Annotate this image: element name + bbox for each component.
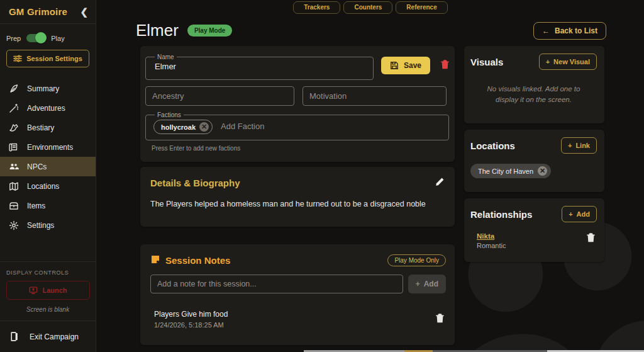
sidebar-item-adventures[interactable]: Adventures xyxy=(0,98,96,118)
new-visual-button[interactable]: + New Visual xyxy=(539,54,597,70)
nav-label: Locations xyxy=(27,182,59,191)
plus-icon: + xyxy=(569,210,572,218)
nav-label: Bestiary xyxy=(27,123,54,132)
npc-detail-column: Name Save Factions xyxy=(140,46,455,345)
add-relationship-label: Add xyxy=(577,210,590,218)
session-notes-card: Session Notes Play Mode Only + Add Playe… xyxy=(140,244,455,345)
remove-faction-icon[interactable]: ✕ xyxy=(199,122,209,132)
motivation-input[interactable] xyxy=(303,86,447,106)
chest-icon xyxy=(9,201,19,211)
reference-button[interactable]: Reference xyxy=(396,1,447,14)
nav-label: Environments xyxy=(27,143,73,152)
screen-status-text: Screen is blank xyxy=(0,306,96,321)
door-exit-icon xyxy=(9,331,19,342)
people-icon xyxy=(9,162,19,172)
visuals-empty-text: No visuals linked. Add one to display it… xyxy=(475,84,592,105)
sidebar: GM Grimoire ❮ Prep Play Session Settings… xyxy=(0,0,96,352)
top-tabs: Trackers Counters Reference xyxy=(97,1,644,14)
new-visual-label: New Visual xyxy=(553,58,590,65)
back-to-list-button[interactable]: ← Back to List xyxy=(533,22,606,40)
ancestry-input[interactable] xyxy=(145,86,294,106)
quill-icon xyxy=(9,84,19,94)
prep-play-toggle[interactable] xyxy=(26,34,45,42)
scroll-icon xyxy=(9,142,19,152)
delete-relationship-button[interactable] xyxy=(586,232,596,245)
sidebar-item-items[interactable]: Items xyxy=(0,196,96,215)
trackers-button[interactable]: Trackers xyxy=(293,1,340,14)
launch-label: Launch xyxy=(42,287,67,294)
details-biography-card: Details & Biography The Players helped a… xyxy=(140,167,455,227)
session-settings-label: Session Settings xyxy=(26,55,82,62)
delete-npc-button[interactable] xyxy=(440,59,450,72)
side-panels-column: Visuals + New Visual No visuals linked. … xyxy=(464,46,604,345)
plus-icon: + xyxy=(568,142,572,149)
link-location-button[interactable]: + Link xyxy=(561,137,597,154)
sidebar-item-settings[interactable]: Settings xyxy=(0,215,96,235)
mode-toggle-row: Prep Play xyxy=(0,24,96,42)
nav-label: Adventures xyxy=(27,104,65,113)
save-button[interactable]: Save xyxy=(381,57,430,74)
add-note-label: Add xyxy=(424,280,438,288)
trash-icon xyxy=(586,232,596,243)
save-label: Save xyxy=(404,61,421,70)
add-relationship-button[interactable]: + Add xyxy=(562,206,597,222)
sidebar-item-summary[interactable]: Summary xyxy=(0,79,96,98)
session-notes-title: Session Notes xyxy=(165,255,230,266)
plus-icon: + xyxy=(416,280,420,288)
add-faction-input[interactable] xyxy=(219,120,441,133)
sidebar-item-environments[interactable]: Environments xyxy=(0,137,96,157)
page-title: Elmer xyxy=(136,21,179,40)
note-icon xyxy=(150,254,160,267)
sidebar-header: GM Grimoire ❮ xyxy=(0,0,96,24)
note-timestamp: 1/24/2026, 5:18:25 AM xyxy=(154,321,228,329)
relationships-title: Relationships xyxy=(470,209,532,220)
page-header: Elmer Play Mode ← Back to List xyxy=(136,21,606,40)
edit-biography-button[interactable] xyxy=(435,177,445,188)
collapse-sidebar-icon[interactable]: ❮ xyxy=(80,7,88,16)
play-label: Play xyxy=(51,35,64,42)
prep-label: Prep xyxy=(6,35,21,42)
session-settings-button[interactable]: Session Settings xyxy=(6,50,89,67)
play-mode-badge: Play Mode xyxy=(187,25,232,37)
note-text: Players Give him food xyxy=(154,310,228,319)
trash-icon xyxy=(435,313,445,324)
display-controls-label: DISPLAY CONTROLS xyxy=(0,270,96,281)
tune-icon xyxy=(13,54,22,63)
session-note-item: Players Give him food 1/24/2026, 5:18:25… xyxy=(150,307,446,334)
locations-card: Locations + Link The City of Haven ✕ xyxy=(464,130,604,192)
dragon-icon xyxy=(9,123,19,133)
visuals-title: Visuals xyxy=(470,57,503,67)
location-chip-label: The City of Haven xyxy=(478,167,533,175)
faction-chip-label: hollycroak xyxy=(161,123,196,131)
sidebar-item-locations[interactable]: Locations xyxy=(0,176,96,196)
sidebar-bottom: DISPLAY CONTROLS Launch Screen is blank … xyxy=(0,261,96,352)
pencil-icon xyxy=(435,177,445,186)
relationship-entry: Nikta Romantic xyxy=(477,232,596,249)
nav-label: Summary xyxy=(27,84,59,93)
sidebar-item-bestiary[interactable]: Bestiary xyxy=(0,118,96,137)
delete-note-button[interactable] xyxy=(435,313,445,326)
plus-icon: + xyxy=(546,58,550,65)
exit-campaign-button[interactable]: Exit Campaign xyxy=(0,321,96,352)
back-to-list-label: Back to List xyxy=(555,26,597,35)
visuals-card: Visuals + New Visual No visuals linked. … xyxy=(464,46,604,123)
session-note-input[interactable] xyxy=(150,275,403,293)
nav-label: NPCs xyxy=(27,162,47,171)
main-content: Trackers Counters Reference Elmer Play M… xyxy=(97,0,644,352)
add-note-button[interactable]: + Add xyxy=(408,275,446,293)
location-chip[interactable]: The City of Haven ✕ xyxy=(470,164,551,178)
faction-chip[interactable]: hollycroak ✕ xyxy=(153,120,213,134)
remove-location-icon[interactable]: ✕ xyxy=(538,166,547,176)
wand-icon xyxy=(9,103,19,113)
launch-button[interactable]: Launch xyxy=(6,281,90,300)
map-icon xyxy=(9,181,19,191)
app-title: GM Grimoire xyxy=(9,6,67,17)
present-screen-icon xyxy=(29,286,38,295)
save-floppy-icon xyxy=(390,61,399,70)
biography-text: The Players helped a homeless man and he… xyxy=(150,199,445,210)
counters-button[interactable]: Counters xyxy=(343,1,392,14)
sidebar-item-npcs[interactable]: NPCs xyxy=(0,157,96,176)
name-input[interactable] xyxy=(153,60,365,74)
factions-helper-text: Press Enter to add new factions xyxy=(152,145,450,152)
relationship-name-link[interactable]: Nikta xyxy=(477,232,506,240)
